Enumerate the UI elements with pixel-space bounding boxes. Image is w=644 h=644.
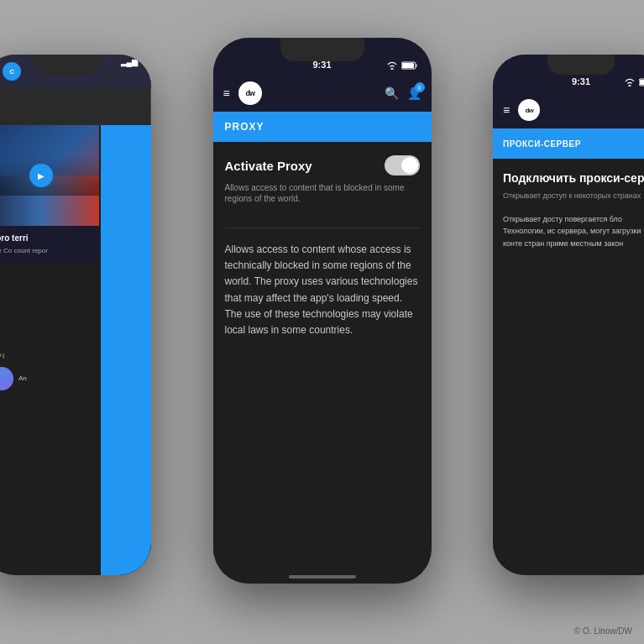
opinion-label: OPI bbox=[0, 352, 6, 360]
toggle-row: Activate Proxy bbox=[225, 155, 420, 175]
center-app-header: ≡ dw 🔍 👤 0 bbox=[213, 75, 432, 112]
proxy-bar-center: PROXY bbox=[213, 112, 432, 142]
right-description: Открывает досту повергается бло Технолог… bbox=[503, 213, 644, 249]
phone-right: 9:31 ≡ dw ПРОКСИ-СЕРВЕР Подключить прокс… bbox=[493, 55, 644, 575]
credit-text: © O. Linow/DW bbox=[574, 626, 632, 636]
search-icon-center[interactable]: 🔍 bbox=[385, 86, 399, 100]
notch-center bbox=[280, 38, 364, 61]
dw-logo-text: dw bbox=[245, 89, 254, 97]
proxy-label-right: ПРОКСИ-СЕРВЕР bbox=[503, 139, 581, 149]
right-app-header: ≡ dw bbox=[493, 92, 644, 128]
news-text-area: Coro terri The Co count repor bbox=[0, 226, 99, 262]
opinion-avatar bbox=[0, 367, 13, 390]
dw-text-right: dw bbox=[526, 107, 533, 114]
time-right: 9:31 bbox=[572, 76, 590, 86]
notch-right bbox=[547, 55, 615, 75]
play-button[interactable]: ▶ bbox=[29, 164, 53, 187]
battery-icon-right bbox=[639, 78, 644, 86]
opinion-text: An bbox=[18, 374, 27, 383]
opinion-item: An bbox=[0, 367, 94, 390]
phone-center: 9:31 ≡ dw 🔍 👤 bbox=[213, 38, 432, 584]
phone-left: ▂▄▆ ‹ C ▶ bbox=[0, 55, 151, 575]
proxy-bar-right: ПРОКСИ-СЕРВЕР bbox=[493, 128, 644, 159]
status-icons-right bbox=[624, 78, 644, 86]
status-right-center bbox=[386, 61, 418, 70]
dw-logo-bg: dw bbox=[238, 81, 262, 105]
hamburger-icon-right[interactable]: ≡ bbox=[503, 103, 510, 117]
right-title: Подключить прокси-серве bbox=[503, 170, 644, 186]
header-icons-center: 🔍 👤 0 bbox=[385, 86, 421, 101]
home-indicator-center bbox=[289, 575, 356, 579]
svg-rect-3 bbox=[640, 80, 644, 85]
right-subtitle: Открывает доступ к некоторых странах bbox=[503, 191, 644, 202]
content-area-center: Activate Proxy Allows access to content … bbox=[213, 142, 432, 584]
news-image: ▶ bbox=[0, 125, 99, 226]
toggle-switch[interactable] bbox=[385, 155, 420, 175]
toggle-subtitle: Allows access to content that is blocked… bbox=[225, 182, 420, 204]
signal-icon-left: ▂▄▆ bbox=[121, 58, 138, 66]
news-title-left: Coro terri bbox=[0, 233, 92, 243]
proxy-label-center: PROXY bbox=[225, 121, 264, 133]
hamburger-icon-center[interactable]: ≡ bbox=[223, 86, 230, 100]
user-icon-container: 👤 0 bbox=[407, 86, 421, 101]
dw-logo-right: dw bbox=[518, 99, 540, 121]
notification-badge: 0 bbox=[415, 82, 425, 92]
svg-rect-1 bbox=[402, 63, 414, 68]
wifi-icon-right bbox=[624, 78, 636, 86]
dw-logo-center: dw bbox=[238, 81, 262, 105]
toggle-label: Activate Proxy bbox=[225, 159, 312, 173]
wifi-icon-center bbox=[386, 61, 398, 70]
right-content: Подключить прокси-серве Открывает доступ… bbox=[493, 159, 644, 575]
blue-sidebar bbox=[101, 125, 151, 575]
notch-left bbox=[34, 55, 101, 75]
toggle-section: Activate Proxy Allows access to content … bbox=[225, 155, 420, 228]
news-desc-left: The Co count repor bbox=[0, 247, 92, 255]
battery-icon-center bbox=[401, 61, 418, 70]
scene: ▂▄▆ ‹ C ▶ bbox=[0, 0, 644, 644]
main-description-center: Allows access to content whose access is… bbox=[225, 242, 420, 338]
